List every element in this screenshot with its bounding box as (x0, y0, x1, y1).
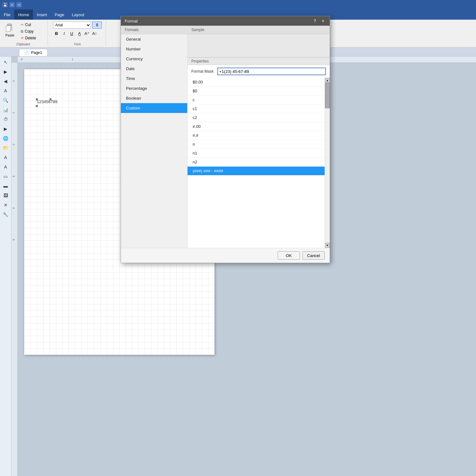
dialog-titlebar-btns: ? × (312, 18, 326, 24)
format-mask-label: Format Mask (191, 69, 214, 74)
list-item-0[interactable]: $0.00 (188, 78, 325, 87)
format-custom[interactable]: Custom (121, 103, 187, 113)
list-item-8[interactable]: n1 (188, 149, 325, 158)
scrollbar-track: ▲ ▼ (325, 78, 330, 248)
list-item-3[interactable]: c1 (188, 104, 325, 113)
dialog-right-panel: Sample Properties Format Mask $0.00 $0 c… (188, 26, 330, 248)
dialog-content: Formats General Number Currency Date Tim… (121, 26, 330, 248)
list-item-7[interactable]: n (188, 140, 325, 149)
format-general[interactable]: General (121, 34, 187, 44)
format-boolean[interactable]: Boolean (121, 93, 187, 103)
format-percentage[interactable]: Percentage (121, 83, 187, 93)
dialog-formats-panel: Formats General Number Currency Date Tim… (121, 26, 188, 248)
list-item-4[interactable]: c2 (188, 113, 325, 122)
format-date[interactable]: Date (121, 64, 187, 74)
dialog-overlay: Format ? × Formats General Number Curren… (0, 0, 476, 476)
ok-button[interactable]: OK (278, 251, 300, 260)
list-item-1[interactable]: $0 (188, 87, 325, 96)
list-item-5[interactable]: #.00 (188, 122, 325, 131)
sample-section: Sample (188, 26, 330, 57)
list-item-9[interactable]: n2 (188, 158, 325, 167)
dialog-close-btn[interactable]: × (320, 18, 326, 24)
format-list: $0.00 $0 c c1 c2 #.00 #,# n n1 n2 (###) … (188, 78, 325, 248)
dialog-titlebar: Format ? × (121, 16, 330, 26)
format-currency[interactable]: Currency (121, 54, 187, 64)
list-item-6[interactable]: #,# (188, 131, 325, 140)
format-dialog: Format ? × Formats General Number Curren… (121, 16, 330, 263)
format-number[interactable]: Number (121, 44, 187, 54)
cancel-button[interactable]: Cancel (302, 251, 325, 260)
dialog-help-btn[interactable]: ? (312, 18, 318, 24)
format-mask-row: Format Mask (188, 65, 330, 78)
sample-header: Sample (188, 26, 330, 34)
list-item-2[interactable]: c (188, 96, 325, 104)
properties-header: Properties (188, 57, 330, 65)
scrollbar-up-btn[interactable]: ▲ (325, 78, 330, 83)
list-item-10[interactable]: (###) ### - #### (188, 167, 325, 175)
scrollbar-thumb[interactable] (325, 83, 330, 108)
format-mask-input[interactable] (217, 68, 326, 75)
formats-header: Formats (121, 26, 187, 34)
scrollbar-down-btn[interactable]: ▼ (325, 243, 330, 248)
format-list-container: $0.00 $0 c c1 c2 #.00 #,# n n1 n2 (###) … (188, 78, 330, 248)
dialog-title: Format (125, 19, 138, 23)
dialog-footer: OK Cancel (121, 248, 330, 263)
format-time[interactable]: Time (121, 74, 187, 83)
